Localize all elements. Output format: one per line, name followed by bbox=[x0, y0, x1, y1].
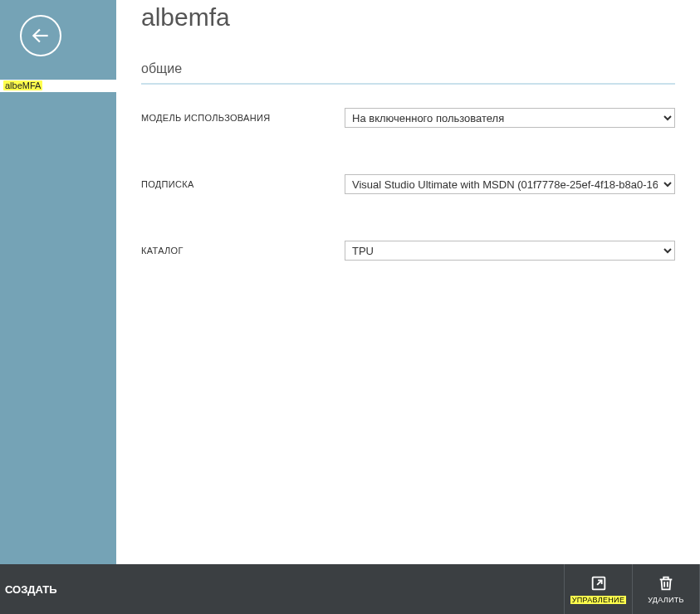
sidebar-item-active[interactable]: albeMFA bbox=[0, 80, 116, 92]
section-heading: общие bbox=[141, 61, 675, 76]
trash-icon bbox=[657, 574, 675, 592]
form-row-usage-model: МОДЕЛЬ ИСПОЛЬЗОВАНИЯ На включенного поль… bbox=[141, 108, 675, 128]
sidebar: albeMFA bbox=[0, 0, 116, 564]
delete-label: УДАЛИТЬ bbox=[648, 596, 684, 604]
form-label: ПОДПИСКА bbox=[141, 174, 345, 189]
form-row-subscription: ПОДПИСКА Visual Studio Ultimate with MSD… bbox=[141, 174, 675, 194]
create-button[interactable]: СОЗДАТЬ bbox=[0, 583, 116, 596]
manage-button[interactable]: УПРАВЛЕНИЕ bbox=[564, 564, 632, 614]
sidebar-item-label: albeMFA bbox=[3, 80, 42, 90]
usage-model-select[interactable]: На включенного пользователя bbox=[345, 108, 675, 128]
arrow-left-icon bbox=[30, 25, 51, 46]
form-label: МОДЕЛЬ ИСПОЛЬЗОВАНИЯ bbox=[141, 108, 345, 123]
form-row-catalog: КАТАЛОГ TPU bbox=[141, 241, 675, 261]
catalog-select[interactable]: TPU bbox=[345, 241, 675, 261]
footer-bar: СОЗДАТЬ УПРАВЛЕНИЕ УДАЛИТЬ bbox=[0, 564, 700, 614]
page-title: albemfa bbox=[141, 3, 675, 32]
external-link-icon bbox=[590, 574, 608, 592]
main-content: albemfa общие МОДЕЛЬ ИСПОЛЬЗОВАНИЯ На вк… bbox=[116, 0, 700, 564]
back-button[interactable] bbox=[20, 15, 61, 56]
manage-label: УПРАВЛЕНИЕ bbox=[570, 596, 626, 604]
section-divider bbox=[141, 83, 675, 85]
form-label: КАТАЛОГ bbox=[141, 241, 345, 256]
subscription-select[interactable]: Visual Studio Ultimate with MSDN (01f777… bbox=[345, 174, 675, 194]
delete-button[interactable]: УДАЛИТЬ bbox=[632, 564, 700, 614]
